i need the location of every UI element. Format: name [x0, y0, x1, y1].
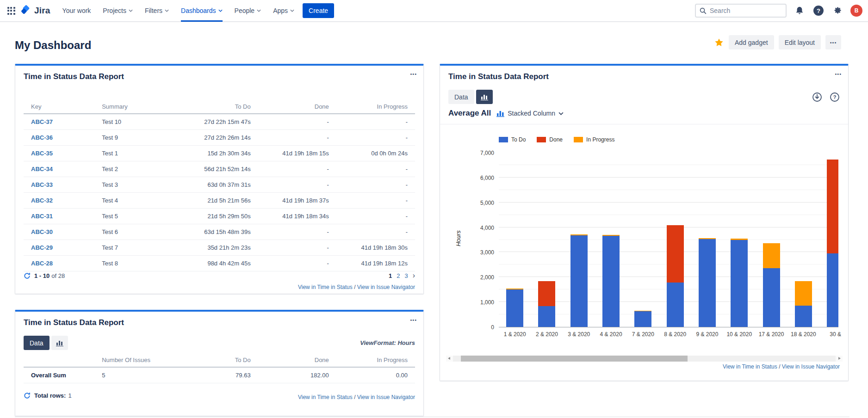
issue-key-link[interactable]: ABC-33 [24, 177, 102, 193]
table-cell: - [251, 161, 329, 177]
chart-plot [499, 153, 838, 327]
refresh-button[interactable] [24, 392, 31, 399]
bar-segment-to-do[interactable] [699, 239, 716, 327]
bar-segment-to-do[interactable] [602, 236, 620, 327]
page-link-2[interactable]: 2 [397, 272, 400, 279]
bar-segment-to-do[interactable] [570, 235, 588, 327]
nav-item-filters[interactable]: Filters [145, 0, 169, 22]
bar-segment-in-progress[interactable] [699, 238, 716, 239]
nav-item-label: Apps [273, 7, 288, 14]
table-cell: - [251, 256, 329, 271]
help-button[interactable]: ? [812, 5, 825, 17]
nav-item-your-work[interactable]: Your work [62, 0, 91, 22]
issue-key-link[interactable]: ABC-29 [24, 240, 102, 256]
help-button[interactable]: ? [830, 92, 840, 102]
divider [440, 124, 848, 124]
issue-key-link[interactable]: ABC-37 [24, 114, 102, 130]
bar-segment-done[interactable] [827, 160, 838, 253]
scroll-left-arrow[interactable] [446, 356, 453, 362]
footer-link[interactable]: View in Time in Status [723, 363, 777, 370]
table-header-row: Number Of Issues To Do Done In Progress [24, 354, 415, 367]
footer-link[interactable]: View in Time in Status [298, 394, 353, 400]
scrollbar-thumb[interactable] [461, 356, 688, 362]
settings-button[interactable] [831, 5, 843, 17]
gadget-more-button[interactable]: ••• [835, 71, 842, 77]
footer-link[interactable]: View in Time in Status [298, 284, 353, 290]
x-tick-label: 7 & 2020 [627, 331, 659, 338]
nav-item-label: Filters [145, 7, 162, 14]
nav-item-apps[interactable]: Apps [273, 0, 294, 22]
create-button[interactable]: Create [303, 3, 334, 18]
sum-issue-count: 5 [102, 367, 180, 383]
issue-key-link[interactable]: ABC-31 [24, 209, 102, 224]
bar-segment-to-do[interactable] [763, 268, 780, 327]
bar-segment-to-do[interactable] [538, 306, 555, 327]
bar-segment-to-do[interactable] [506, 289, 523, 327]
chevron-down-icon [290, 9, 294, 12]
issue-key-link[interactable]: ABC-34 [24, 161, 102, 177]
bar-segment-in-progress[interactable] [506, 289, 523, 289]
dashboard-more-button[interactable]: ••• [825, 35, 841, 49]
scroll-right-arrow[interactable] [836, 356, 843, 362]
tab-data[interactable]: Data [24, 336, 50, 350]
jira-dashboard-app: Jira Your workProjectsFiltersDashboardsP… [0, 0, 868, 418]
page-link-3[interactable]: 3 [404, 272, 408, 279]
download-button[interactable] [812, 92, 822, 102]
table-cell: 35d 21h 2m 23s [180, 240, 250, 256]
tab-data[interactable]: Data [448, 90, 474, 104]
jira-logo[interactable]: Jira [20, 5, 50, 16]
chart-type-dropdown[interactable]: Stacked Column [496, 110, 564, 117]
footer-link[interactable]: View in Issue Navigator [782, 363, 840, 370]
gadget-more-button[interactable]: ••• [410, 317, 417, 323]
edit-layout-button[interactable]: Edit layout [779, 35, 821, 49]
bar-segment-to-do[interactable] [731, 240, 748, 327]
bar-segment-in-progress[interactable] [570, 234, 588, 235]
favorite-star-button[interactable] [714, 37, 724, 48]
bar-segment-done[interactable] [667, 225, 684, 283]
refresh-icon [24, 272, 31, 279]
bar-segment-in-progress[interactable] [763, 243, 780, 268]
page-link-1[interactable]: 1 [389, 272, 392, 279]
table-row: ABC-35Test 115d 2h 30m 34s41d 19h 18m 15… [24, 146, 415, 161]
bar-segment-in-progress[interactable] [731, 239, 748, 240]
nav-item-dashboards[interactable]: Dashboards [181, 0, 223, 22]
nav-item-projects[interactable]: Projects [103, 0, 133, 22]
column-header-summary: Summary [102, 101, 180, 114]
table-cell: 41d 19h 18m 12s [329, 256, 415, 271]
gadget-more-button[interactable]: ••• [410, 71, 417, 77]
next-page-button[interactable]: › [413, 272, 415, 279]
bar-segment-in-progress[interactable] [602, 235, 620, 236]
search-input[interactable] [710, 7, 782, 14]
total-rows-bar: Total rows: 1 [24, 392, 72, 399]
bar-segment-to-do[interactable] [827, 253, 838, 327]
footer-link[interactable]: View in Issue Navigator [357, 394, 415, 400]
tab-chart[interactable] [476, 90, 493, 104]
issue-key-link[interactable]: ABC-36 [24, 130, 102, 146]
footer-link[interactable]: View in Issue Navigator [357, 284, 415, 290]
bar-segment-in-progress[interactable] [795, 281, 812, 306]
bar-segment-done[interactable] [538, 281, 555, 306]
table-header-row: Key Summary To Do Done In Progress [24, 101, 415, 114]
bar-segment-to-do[interactable] [667, 283, 684, 327]
link-separator: / [353, 284, 357, 290]
bar-segment-in-progress[interactable] [634, 311, 651, 311]
issue-key-link[interactable]: ABC-28 [24, 256, 102, 271]
column-header-todo: To Do [180, 101, 250, 114]
issue-key-link[interactable]: ABC-35 [24, 146, 102, 161]
nav-item-people[interactable]: People [235, 0, 261, 22]
table-cell: - [329, 130, 415, 146]
issue-key-link[interactable]: ABC-32 [24, 193, 102, 209]
chart-type-label: Stacked Column [508, 110, 555, 117]
bar-segment-to-do[interactable] [795, 306, 812, 327]
table-cell: Test 6 [102, 224, 180, 240]
app-switcher-button[interactable] [5, 4, 18, 17]
search-box[interactable] [695, 4, 787, 18]
avatar[interactable]: B [850, 5, 862, 17]
bar-segment-to-do[interactable] [634, 311, 651, 327]
add-gadget-button[interactable]: Add gadget [729, 35, 774, 49]
issue-key-link[interactable]: ABC-30 [24, 224, 102, 240]
tab-chart[interactable] [51, 336, 68, 350]
scrollbar-track[interactable] [453, 356, 836, 362]
notifications-button[interactable] [794, 5, 806, 17]
refresh-button[interactable] [24, 272, 31, 279]
